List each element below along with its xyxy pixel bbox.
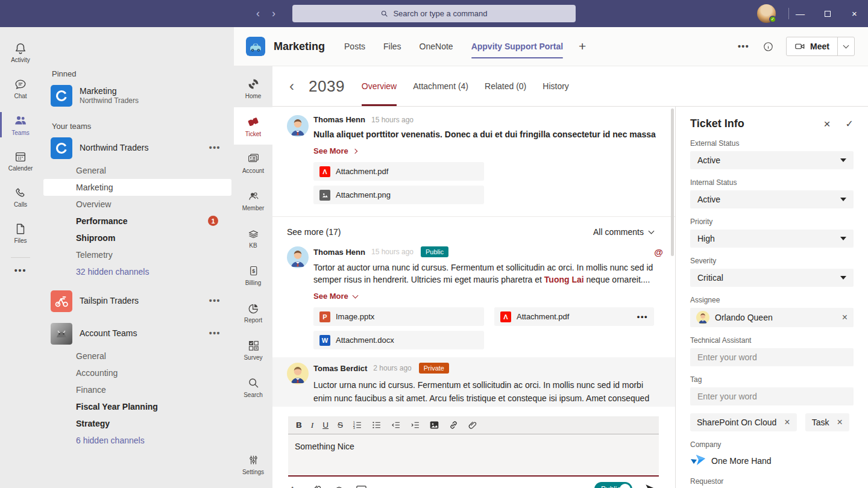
attachment-chip-png[interactable]: Attachment.png [313, 186, 484, 204]
remove-tag-icon[interactable]: × [784, 418, 790, 427]
info-icon[interactable] [763, 41, 774, 52]
app-rail-ticket[interactable]: Ticket [234, 107, 272, 145]
rail-item-teams[interactable]: Teams [0, 107, 41, 143]
see-more-comments-link[interactable]: See more (17) [287, 227, 341, 237]
channel-performance[interactable]: Performance1 [41, 213, 234, 230]
comments-filter-dropdown[interactable]: All comments [593, 227, 653, 237]
underline-button[interactable]: U [322, 421, 329, 430]
app-rail-kb[interactable]: KB [234, 219, 272, 257]
numbered-list-icon[interactable]: 123 [352, 420, 362, 430]
send-button[interactable] [644, 483, 658, 488]
search-input[interactable]: Search or type a command [292, 5, 576, 22]
app-rail-search[interactable]: Search [234, 369, 272, 406]
strikethrough-button[interactable]: S [338, 421, 343, 430]
add-tab-button[interactable]: + [579, 39, 586, 54]
rail-item-activity[interactable]: Activity [0, 34, 41, 70]
team-account-teams[interactable]: Account Teams ••• [41, 321, 234, 346]
indent-icon[interactable] [410, 420, 420, 430]
meet-button[interactable]: Meet [786, 37, 855, 56]
channel-general[interactable]: General [41, 162, 234, 179]
remove-tag-icon[interactable]: × [837, 418, 842, 427]
app-rail-survey[interactable]: Survey [234, 331, 272, 369]
channel-finance[interactable]: Finance [41, 381, 234, 398]
close-icon[interactable]: × [823, 118, 830, 130]
channel-general-account[interactable]: General [41, 348, 234, 364]
channel-marketing[interactable]: Marketing [43, 179, 231, 196]
attachment-options-button[interactable]: ••• [637, 312, 648, 321]
mention-link[interactable]: Tuong Lai [544, 275, 584, 284]
team-northwind-traders[interactable]: Northwind Traders ••• [41, 136, 234, 161]
team-options-button[interactable]: ••• [209, 143, 221, 152]
rail-item-chat[interactable]: Chat [0, 70, 41, 107]
tab-onenote[interactable]: OneNote [420, 42, 453, 51]
external-status-dropdown[interactable]: Active [690, 151, 854, 169]
attachment-chip-pptx[interactable]: P Image.pptx [313, 307, 484, 326]
attachment-chip-pdf[interactable]: Λ Attachment.pdf [313, 162, 484, 181]
insert-image-icon[interactable] [429, 420, 439, 430]
app-rail-report[interactable]: Report [234, 294, 272, 331]
tag-input[interactable] [697, 392, 846, 401]
save-check-icon[interactable]: ✓ [846, 119, 854, 129]
minimize-button[interactable]: — [787, 0, 814, 27]
assignee-picker[interactable]: Orlando Queen × [690, 308, 854, 327]
ticket-tab-attachment[interactable]: Attachment (4) [413, 66, 468, 106]
team-tailspin-traders[interactable]: Tailspin Traders ••• [41, 289, 234, 314]
meet-dropdown-button[interactable] [838, 45, 854, 48]
channel-overview[interactable]: Overview [41, 196, 234, 213]
priority-dropdown[interactable]: High [690, 230, 854, 248]
rail-item-calendar[interactable]: Calender [0, 143, 41, 179]
see-more-link[interactable]: See More [313, 146, 663, 155]
channel-shiproom[interactable]: Shiproom [41, 230, 234, 246]
outdent-icon[interactable] [391, 420, 401, 430]
team-options-button[interactable]: ••• [209, 296, 221, 305]
bold-button[interactable]: B [296, 421, 302, 430]
contact-card-icon[interactable] [356, 484, 367, 488]
app-rail-account[interactable]: Account [234, 145, 272, 182]
comments-scrollbar[interactable] [671, 108, 674, 256]
insert-link-icon[interactable] [448, 420, 459, 430]
ticket-tab-history[interactable]: History [542, 66, 569, 106]
tab-files[interactable]: Files [383, 42, 401, 51]
forward-arrow-icon[interactable]: › [272, 7, 275, 20]
rail-more-button[interactable]: ••• [0, 260, 41, 281]
attach-file-icon[interactable] [468, 420, 478, 430]
tab-posts[interactable]: Posts [344, 42, 365, 51]
remove-assignee-icon[interactable]: × [842, 313, 848, 322]
internal-status-dropdown[interactable]: Active [690, 190, 854, 208]
channel-accounting[interactable]: Accounting [41, 364, 234, 381]
close-button[interactable]: × [841, 0, 868, 27]
back-button[interactable]: ‹ [289, 79, 294, 93]
attachment-chip-docx[interactable]: W Attachment.docx [313, 331, 484, 349]
pinned-channel-marketing[interactable]: Marketing Northwind Traders [41, 83, 234, 108]
public-private-toggle[interactable]: Public [594, 482, 632, 488]
hidden-channels-link[interactable]: 32 hidden channels [41, 263, 234, 280]
see-more-link[interactable]: See More [313, 292, 663, 301]
app-rail-billing[interactable]: $ Billing [234, 257, 272, 294]
severity-dropdown[interactable]: Critical [690, 269, 854, 287]
italic-button[interactable]: I [311, 421, 314, 430]
team-options-button[interactable]: ••• [209, 328, 221, 338]
attach-file-icon[interactable] [312, 484, 322, 488]
ticket-tab-related[interactable]: Related (0) [485, 66, 526, 106]
rail-item-files[interactable]: Files [0, 215, 41, 251]
comment-input[interactable]: Something Nice [288, 434, 659, 477]
technical-assistant-input[interactable] [697, 352, 846, 362]
channel-strategy[interactable]: Strategy [41, 415, 234, 432]
hidden-channels-link[interactable]: 6 hidden channels [41, 432, 234, 449]
attachment-chip-pdf[interactable]: Λ Attachment.pdf ••• [494, 307, 654, 326]
app-rail-label: Member [242, 205, 265, 211]
bulleted-list-icon[interactable] [371, 420, 382, 430]
maximize-button[interactable] [814, 0, 841, 27]
app-rail-home[interactable]: Home [234, 70, 272, 107]
back-arrow-icon[interactable]: ‹ [256, 7, 260, 20]
ticket-tab-overview[interactable]: Overview [362, 66, 397, 106]
kb-article-icon[interactable] [333, 484, 345, 488]
tab-appvity-support-portal[interactable]: Appvity Support Portal [471, 42, 563, 51]
app-rail-settings[interactable]: Settings [234, 446, 272, 483]
channel-telemetry[interactable]: Telemetry [41, 246, 234, 263]
format-icon[interactable]: A [289, 484, 301, 488]
channel-fiscal-year-planning[interactable]: Fiscal Year Planning [41, 398, 234, 415]
app-rail-member[interactable]: Member [234, 182, 272, 219]
channel-more-button[interactable]: ••• [738, 42, 749, 51]
rail-item-calls[interactable]: Calls [0, 179, 41, 215]
